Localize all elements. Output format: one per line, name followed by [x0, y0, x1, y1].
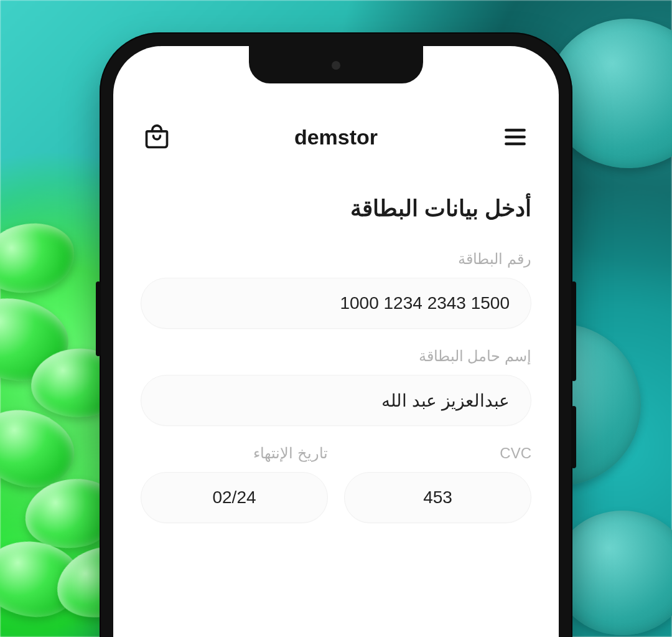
topbar: demstor: [141, 115, 531, 159]
cart-button[interactable]: [141, 121, 173, 153]
hamburger-icon: [502, 123, 529, 151]
cvc-label: CVC: [344, 445, 531, 462]
menu-button[interactable]: [499, 121, 531, 153]
card-form-section: أدخل بيانات البطاقة رقم البطاقة إسم حامل…: [141, 196, 531, 523]
card-holder-label: إسم حامل البطاقة: [141, 347, 531, 365]
card-number-group: رقم البطاقة: [141, 250, 531, 329]
cvc-group: CVC: [344, 445, 531, 523]
phone-frame: demstor أدخل بيانات البطاقة رقم البطاقة: [100, 32, 572, 637]
phone-screen: demstor أدخل بيانات البطاقة رقم البطاقة: [113, 46, 559, 637]
cvc-input[interactable]: [344, 472, 531, 523]
brand-title: demstor: [294, 125, 378, 149]
form-title: أدخل بيانات البطاقة: [141, 196, 531, 222]
phone-side-button: [571, 406, 576, 468]
phone-notch: [249, 46, 423, 83]
expiry-group: تاريخ الإنتهاء: [141, 445, 328, 523]
card-holder-input[interactable]: [141, 375, 531, 426]
card-holder-group: إسم حامل البطاقة: [141, 347, 531, 426]
expiry-label: تاريخ الإنتهاء: [141, 445, 328, 462]
card-number-input[interactable]: [141, 278, 531, 329]
card-number-label: رقم البطاقة: [141, 250, 531, 268]
expiry-input[interactable]: [141, 472, 328, 523]
app-root: demstor أدخل بيانات البطاقة رقم البطاقة: [113, 46, 559, 637]
expiry-cvc-row: CVC تاريخ الإنتهاء: [141, 445, 531, 523]
shopping-bag-icon: [143, 123, 170, 151]
